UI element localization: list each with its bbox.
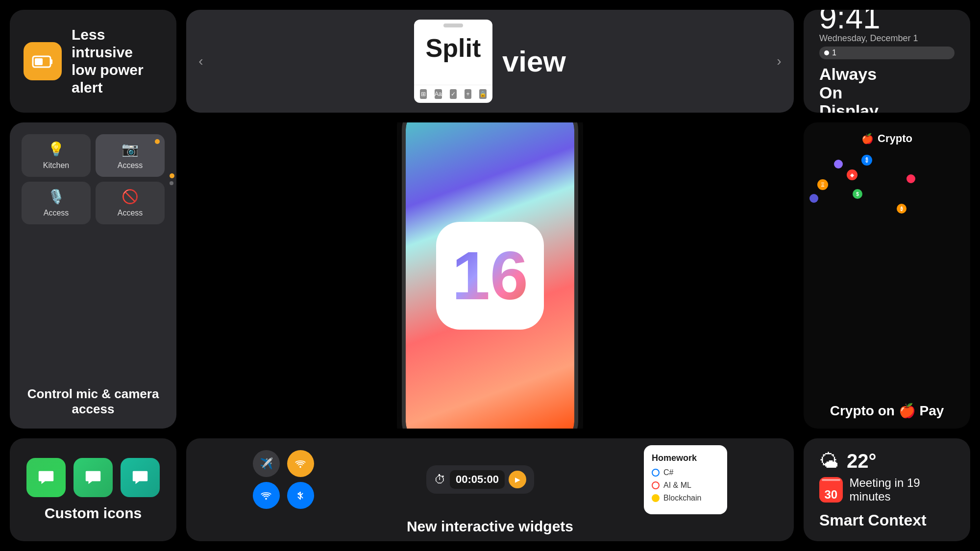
crypto-header: 🍎 Crypto [850, 122, 924, 150]
kitchen-label: Kitchen [43, 161, 69, 170]
aod-pill: 1 [819, 47, 955, 59]
ios16-logo: 16 [436, 222, 544, 330]
access-dot-indicator [155, 139, 160, 144]
crypto-dot-pink [906, 174, 915, 183]
aod-pill-dot [824, 50, 829, 55]
calendar-icon: 30 [819, 477, 843, 503]
crypto-dot-blue: ₿ [861, 155, 872, 166]
iphone-screen: 16 [406, 122, 574, 429]
timer-widget: ⏱ 00:05:00 ▶ [426, 465, 534, 494]
crypto-title: Crypto [878, 132, 912, 145]
crypto-footer: Crypto on 🍎 Pay [818, 398, 956, 429]
aod-time: 9:41 [819, 10, 955, 33]
wifi-btn[interactable] [253, 482, 280, 509]
crypto-dot-green: $ [853, 189, 862, 199]
smart-context-title: Smart Context [819, 511, 927, 529]
homework-widget: Homework C# AI & ML Blockchain [644, 445, 727, 514]
hw-item-2: AI & ML [652, 481, 719, 490]
timer-display: 00:05:00 [450, 470, 505, 489]
split-toolbar: ⊞ Aa ✓ + 🔒 [414, 85, 492, 103]
camera-label: Access [118, 161, 143, 170]
timer-play-button[interactable]: ▶ [509, 471, 526, 488]
svg-rect-1 [50, 59, 52, 64]
homework-title: Homework [652, 453, 719, 463]
message-icon-2 [74, 458, 113, 497]
dot-orange [170, 173, 174, 178]
timer-icon: ⏱ [434, 473, 446, 486]
ios16-number: 16 [452, 241, 528, 310]
iphone-vol-down-btn [402, 194, 403, 214]
access-description: Control mic & camera access [22, 386, 165, 417]
crypto-card: 🍎 Crypto ₿ ◈ Ξ $ ₿ Cryp [804, 122, 970, 429]
split-window-bar [443, 24, 463, 27]
aod-pill-text: 1 [832, 48, 836, 57]
crypto-footer-text: Crypto on 🍎 Pay [830, 404, 944, 419]
iphone-vol-up-btn [402, 167, 403, 187]
split-word: Split [426, 35, 481, 61]
smart-context-card: 🌤 22° 30 Meeting in 19 minutes Smart Con… [804, 438, 970, 541]
toolbar-add-icon[interactable]: + [465, 89, 471, 99]
toolbar-text-icon[interactable]: Aa [435, 89, 442, 99]
control-center-widget: ✈️ [253, 450, 317, 509]
icons-row [26, 458, 160, 497]
hw-dot-1 [652, 469, 660, 477]
deny-label: Access [118, 209, 143, 217]
mic-icon: 🎙️ [48, 189, 65, 205]
airplane-btn[interactable]: ✈️ [253, 450, 280, 477]
camera-icon: 📷 [122, 141, 139, 157]
toolbar-grid-icon[interactable]: ⊞ [420, 89, 427, 99]
split-view-text: view [502, 45, 566, 78]
smart-calendar-row: 30 Meeting in 19 minutes [819, 476, 955, 503]
hw-dot-3 [652, 494, 660, 502]
access-card: 💡 Kitchen 📷 Access 🎙️ Access 🚫 Access Co… [10, 122, 176, 429]
access-item-deny[interactable]: 🚫 Access [96, 182, 165, 224]
crypto-dot-orange: Ξ [817, 179, 828, 190]
access-side-dots [170, 173, 174, 185]
apple-pay-icon: 🍎 [899, 403, 916, 418]
hw-label-3: Blockchain [663, 494, 701, 503]
aod-title: Always On Display [819, 65, 879, 113]
kitchen-icon: 💡 [48, 141, 65, 157]
custom-icons-card: Custom icons [10, 438, 176, 541]
toolbar-check-icon[interactable]: ✓ [450, 89, 457, 99]
access-item-camera[interactable]: 📷 Access [96, 134, 165, 177]
hw-dot-2 [652, 481, 660, 489]
wifi-green-btn[interactable] [287, 450, 314, 477]
split-content: Split ⊞ Aa ✓ + 🔒 view [216, 20, 764, 103]
split-next-button[interactable]: › [764, 10, 794, 113]
weather-icon: 🌤 [819, 450, 839, 472]
smart-weather-row: 🌤 22° [819, 450, 877, 472]
split-window: Split ⊞ Aa ✓ + 🔒 [414, 20, 492, 103]
mic-label: Access [44, 209, 69, 217]
iphone-mockup: 16 [402, 122, 578, 429]
cal-top-bar [822, 479, 840, 481]
hw-item-1: C# [652, 468, 719, 477]
hw-item-3: Blockchain [652, 494, 719, 503]
low-power-card: Less intrusive low power alert [10, 10, 176, 113]
widgets-label: New interactive widgets [407, 518, 573, 534]
battery-icon [24, 42, 62, 80]
widgets-label-container: New interactive widgets [186, 518, 794, 542]
access-item-kitchen[interactable]: 💡 Kitchen [22, 134, 91, 177]
dot-gray [170, 181, 173, 185]
hw-label-2: AI & ML [663, 481, 691, 490]
aod-date: Wednesday, December 1 [819, 33, 955, 44]
iphone-card: 16 [186, 122, 794, 429]
split-window-content: Split [414, 31, 492, 85]
toolbar-lock-icon[interactable]: 🔒 [479, 89, 487, 99]
crypto-dot-indigo [809, 194, 818, 203]
message-icon-3 [121, 458, 160, 497]
crypto-dot-red: ◈ [847, 169, 858, 180]
svg-rect-2 [35, 58, 43, 65]
smart-temperature: 22° [847, 450, 877, 472]
crypto-dot-btc: ₿ [897, 204, 906, 214]
iphone-side-btn [577, 177, 578, 206]
access-item-mic[interactable]: 🎙️ Access [22, 182, 91, 224]
split-prev-button[interactable]: ‹ [186, 10, 216, 113]
bluetooth-btn[interactable] [287, 482, 314, 509]
meeting-text: Meeting in 19 minutes [850, 476, 955, 503]
low-power-title: Less intrusive low power alert [72, 26, 163, 96]
access-grid: 💡 Kitchen 📷 Access 🎙️ Access 🚫 Access [22, 134, 165, 224]
crypto-dot-purple [834, 160, 843, 168]
message-icon-1 [26, 458, 66, 497]
